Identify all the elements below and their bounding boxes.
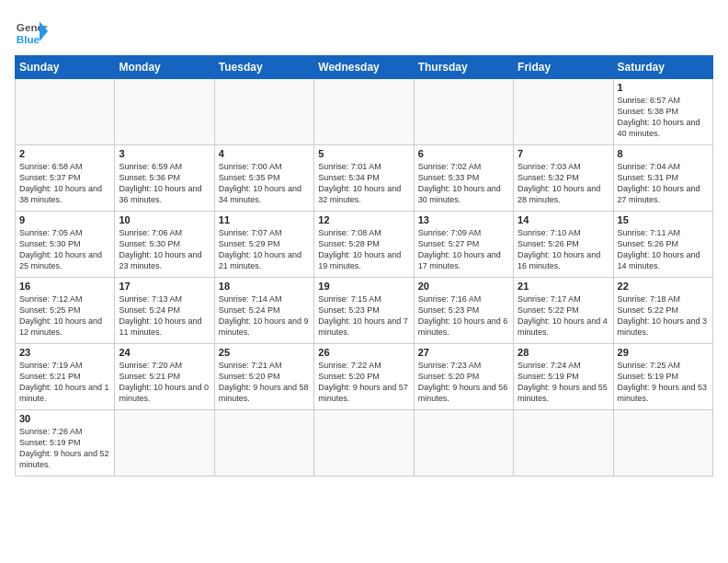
day-number: 14	[518, 214, 609, 225]
day-cell	[414, 79, 513, 145]
day-info: Sunrise: 6:58 AM Sunset: 5:37 PM Dayligh…	[19, 161, 110, 206]
day-number: 11	[219, 214, 310, 225]
day-number: 16	[19, 281, 110, 292]
day-info: Sunrise: 7:22 AM Sunset: 5:20 PM Dayligh…	[318, 360, 409, 405]
day-info: Sunrise: 7:10 AM Sunset: 5:26 PM Dayligh…	[518, 227, 609, 272]
day-info: Sunrise: 7:25 AM Sunset: 5:19 PM Dayligh…	[618, 360, 709, 405]
day-cell: 2Sunrise: 6:58 AM Sunset: 5:37 PM Daylig…	[16, 145, 115, 212]
svg-text:Blue: Blue	[17, 33, 40, 45]
day-number: 22	[618, 281, 709, 292]
day-number: 19	[318, 281, 409, 292]
day-info: Sunrise: 7:23 AM Sunset: 5:20 PM Dayligh…	[418, 360, 509, 405]
column-header-sunday: Sunday	[16, 56, 115, 79]
column-header-tuesday: Tuesday	[214, 56, 313, 79]
day-number: 3	[119, 148, 210, 159]
day-cell: 16Sunrise: 7:12 AM Sunset: 5:25 PM Dayli…	[16, 278, 115, 344]
calendar-header-row: SundayMondayTuesdayWednesdayThursdayFrid…	[16, 56, 713, 79]
day-number: 15	[618, 214, 709, 225]
day-cell: 7Sunrise: 7:03 AM Sunset: 5:32 PM Daylig…	[514, 145, 613, 212]
day-number: 17	[119, 281, 210, 292]
day-number: 18	[219, 281, 310, 292]
day-number: 24	[119, 347, 210, 358]
day-info: Sunrise: 7:02 AM Sunset: 5:33 PM Dayligh…	[418, 161, 509, 206]
day-number: 13	[418, 214, 509, 225]
day-cell	[214, 79, 313, 145]
day-cell: 14Sunrise: 7:10 AM Sunset: 5:26 PM Dayli…	[514, 212, 613, 278]
day-number: 12	[318, 214, 409, 225]
column-header-thursday: Thursday	[414, 56, 513, 79]
day-cell	[514, 410, 613, 477]
day-cell: 11Sunrise: 7:07 AM Sunset: 5:29 PM Dayli…	[214, 212, 313, 278]
day-cell: 24Sunrise: 7:20 AM Sunset: 5:21 PM Dayli…	[115, 344, 214, 410]
day-cell: 5Sunrise: 7:01 AM Sunset: 5:34 PM Daylig…	[314, 145, 414, 212]
day-number: 4	[219, 148, 310, 159]
day-cell: 27Sunrise: 7:23 AM Sunset: 5:20 PM Dayli…	[414, 344, 513, 410]
day-number: 23	[19, 347, 110, 358]
day-number: 8	[618, 148, 709, 159]
day-number: 28	[518, 347, 609, 358]
day-cell	[214, 410, 313, 477]
day-cell: 9Sunrise: 7:05 AM Sunset: 5:30 PM Daylig…	[16, 212, 115, 278]
day-info: Sunrise: 7:01 AM Sunset: 5:34 PM Dayligh…	[318, 161, 409, 206]
day-info: Sunrise: 7:19 AM Sunset: 5:21 PM Dayligh…	[19, 360, 110, 405]
day-cell	[613, 410, 712, 477]
day-cell: 4Sunrise: 7:00 AM Sunset: 5:35 PM Daylig…	[214, 145, 313, 212]
day-number: 21	[518, 281, 609, 292]
day-cell: 8Sunrise: 7:04 AM Sunset: 5:31 PM Daylig…	[613, 145, 712, 212]
day-cell: 23Sunrise: 7:19 AM Sunset: 5:21 PM Dayli…	[16, 344, 115, 410]
day-info: Sunrise: 7:03 AM Sunset: 5:32 PM Dayligh…	[518, 161, 609, 206]
day-cell	[314, 79, 414, 145]
day-number: 5	[318, 148, 409, 159]
week-row-3: 9Sunrise: 7:05 AM Sunset: 5:30 PM Daylig…	[16, 212, 713, 278]
day-number: 25	[219, 347, 310, 358]
day-info: Sunrise: 7:12 AM Sunset: 5:25 PM Dayligh…	[19, 293, 110, 339]
day-cell: 19Sunrise: 7:15 AM Sunset: 5:23 PM Dayli…	[314, 278, 414, 344]
column-header-friday: Friday	[514, 56, 613, 79]
day-cell	[115, 410, 214, 477]
day-number: 1	[618, 82, 709, 93]
day-number: 6	[418, 148, 509, 159]
day-info: Sunrise: 7:26 AM Sunset: 5:19 PM Dayligh…	[19, 426, 110, 471]
day-info: Sunrise: 7:06 AM Sunset: 5:30 PM Dayligh…	[119, 227, 210, 272]
day-cell: 1Sunrise: 6:57 AM Sunset: 5:38 PM Daylig…	[613, 79, 712, 145]
logo: General Blue	[15, 15, 48, 48]
day-info: Sunrise: 7:17 AM Sunset: 5:22 PM Dayligh…	[518, 293, 609, 339]
day-info: Sunrise: 7:13 AM Sunset: 5:24 PM Dayligh…	[119, 293, 210, 339]
logo-icon: General Blue	[15, 15, 48, 48]
day-cell: 29Sunrise: 7:25 AM Sunset: 5:19 PM Dayli…	[613, 344, 712, 410]
page-header: General Blue	[15, 15, 713, 48]
day-cell: 15Sunrise: 7:11 AM Sunset: 5:26 PM Dayli…	[613, 212, 712, 278]
column-header-monday: Monday	[115, 56, 214, 79]
day-number: 9	[19, 214, 110, 225]
day-cell: 10Sunrise: 7:06 AM Sunset: 5:30 PM Dayli…	[115, 212, 214, 278]
day-cell: 18Sunrise: 7:14 AM Sunset: 5:24 PM Dayli…	[214, 278, 313, 344]
day-number: 29	[618, 347, 709, 358]
day-number: 7	[518, 148, 609, 159]
day-info: Sunrise: 7:20 AM Sunset: 5:21 PM Dayligh…	[119, 360, 210, 405]
week-row-1: 1Sunrise: 6:57 AM Sunset: 5:38 PM Daylig…	[16, 79, 713, 145]
week-row-6: 30Sunrise: 7:26 AM Sunset: 5:19 PM Dayli…	[16, 410, 713, 477]
day-cell	[414, 410, 513, 477]
day-cell: 3Sunrise: 6:59 AM Sunset: 5:36 PM Daylig…	[115, 145, 214, 212]
week-row-2: 2Sunrise: 6:58 AM Sunset: 5:37 PM Daylig…	[16, 145, 713, 212]
day-cell: 28Sunrise: 7:24 AM Sunset: 5:19 PM Dayli…	[514, 344, 613, 410]
calendar-table: SundayMondayTuesdayWednesdayThursdayFrid…	[15, 55, 713, 477]
day-number: 30	[19, 413, 110, 424]
day-cell	[314, 410, 414, 477]
week-row-4: 16Sunrise: 7:12 AM Sunset: 5:25 PM Dayli…	[16, 278, 713, 344]
day-info: Sunrise: 7:15 AM Sunset: 5:23 PM Dayligh…	[318, 293, 409, 339]
day-cell: 30Sunrise: 7:26 AM Sunset: 5:19 PM Dayli…	[16, 410, 115, 477]
day-number: 26	[318, 347, 409, 358]
day-cell: 25Sunrise: 7:21 AM Sunset: 5:20 PM Dayli…	[214, 344, 313, 410]
day-cell: 17Sunrise: 7:13 AM Sunset: 5:24 PM Dayli…	[115, 278, 214, 344]
day-info: Sunrise: 7:08 AM Sunset: 5:28 PM Dayligh…	[318, 227, 409, 272]
day-info: Sunrise: 6:57 AM Sunset: 5:38 PM Dayligh…	[618, 95, 709, 140]
column-header-wednesday: Wednesday	[314, 56, 414, 79]
day-number: 27	[418, 347, 509, 358]
week-row-5: 23Sunrise: 7:19 AM Sunset: 5:21 PM Dayli…	[16, 344, 713, 410]
day-cell	[514, 79, 613, 145]
day-info: Sunrise: 7:05 AM Sunset: 5:30 PM Dayligh…	[19, 227, 110, 272]
day-cell: 13Sunrise: 7:09 AM Sunset: 5:27 PM Dayli…	[414, 212, 513, 278]
day-info: Sunrise: 6:59 AM Sunset: 5:36 PM Dayligh…	[119, 161, 210, 206]
day-number: 20	[418, 281, 509, 292]
